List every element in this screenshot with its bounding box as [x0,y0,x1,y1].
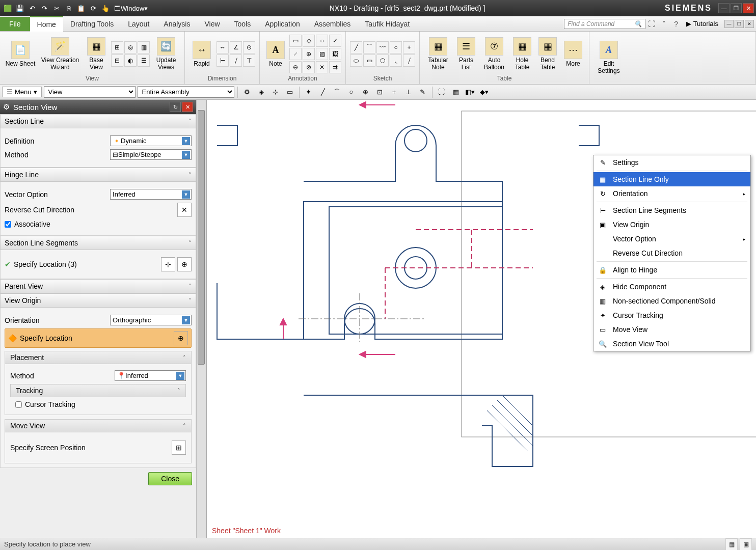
more-table-button[interactable]: ⋯More [561,41,585,67]
wcs-icon[interactable]: ⊹ [269,86,282,98]
section-view-icon[interactable]: ▥ [138,41,150,53]
view-creation-wizard-button[interactable]: 🪄View Creation Wizard [39,37,82,71]
snap-cursor-icon[interactable]: ✎ [417,86,429,98]
bend-table-button[interactable]: ▦Bend Table [536,37,559,71]
view-layer-icon[interactable]: ▦ [450,86,462,98]
undo-icon[interactable]: ↶ [26,3,38,14]
line-icon[interactable]: ╱ [350,41,362,53]
maximize-button[interactable]: ❐ [731,3,742,13]
angular-dim-icon[interactable]: ∠ [230,41,242,53]
redo-icon[interactable]: ↷ [39,3,50,14]
ordinate-dim-icon[interactable]: ⊢ [217,54,229,67]
target-icon[interactable]: ⊕ [303,48,315,60]
paste-icon[interactable]: 📋 [75,3,87,14]
ctx-align-hinge[interactable]: 🔒Align to Hinge [593,263,750,277]
tab-drafting-tools[interactable]: Drafting Tools [63,17,121,31]
panel-gear-icon[interactable]: ⚙ [3,102,13,112]
thickness-dim-icon[interactable]: ⊤ [243,54,255,67]
chamfer-dim-icon[interactable]: ⧸ [230,54,242,67]
associative-checkbox[interactable] [5,221,11,228]
placement-method-combo[interactable]: 📍 Inferred [115,370,186,381]
segments-header[interactable]: Section Line Segments˄ [0,236,196,250]
definition-combo[interactable]: 🔸 Dynamic [110,135,192,146]
parts-list-button[interactable]: ☰Parts List [454,37,478,71]
tab-tools[interactable]: Tools [227,17,258,31]
tab-custom[interactable]: Taufik Hidayat [358,17,417,31]
ctx-section-line-segments[interactable]: ⊢Section Line Segments [593,203,750,217]
full-screen-icon[interactable]: ⛶ [645,20,658,28]
assembly-scope-select[interactable]: Entire Assembly [138,86,234,98]
mdi-close[interactable]: ✕ [745,20,754,28]
tab-application[interactable]: Application [258,17,307,31]
ctx-non-sectioned[interactable]: ▥Non-sectioned Component/Solid [593,294,750,308]
intersection-icon[interactable]: ✕ [316,61,328,73]
window-menu[interactable]: 🗔 Window ▾ [112,3,150,14]
tab-view[interactable]: View [197,17,227,31]
point-icon[interactable]: + [403,41,415,53]
new-sheet-button[interactable]: 📄New Sheet [4,41,37,67]
snap-point-icon[interactable]: ✦ [303,86,315,98]
note-button[interactable]: ANote [264,41,287,67]
specify-location-btn1[interactable]: ⊹ [161,257,175,271]
selection-scope-select[interactable]: View [44,86,136,98]
broken-out-icon[interactable]: ◐ [124,54,137,67]
section-line-header[interactable]: Section Line˄ [0,114,196,128]
auto-balloon-button[interactable]: ⑦Auto Balloon [480,37,508,71]
tab-assemblies[interactable]: Assemblies [307,17,358,31]
panel-close-action[interactable]: Close [148,472,192,485]
hatch-icon[interactable]: ▨ [316,48,328,60]
vector-option-combo[interactable]: Inferred [110,189,192,200]
placement-header[interactable]: Placement˄ [5,351,192,364]
radial-dim-icon[interactable]: ⊙ [243,41,255,53]
ctx-orientation[interactable]: ↻Orientation▸ [593,186,750,201]
parent-view-header[interactable]: Parent View˅ [0,279,196,293]
snap-circle-icon[interactable]: ○ [345,86,358,98]
ellipse-icon[interactable]: ⬭ [350,54,362,67]
view-orient-icon[interactable]: ◆▾ [478,86,491,98]
circle-icon[interactable]: ○ [390,41,402,53]
snap-quad-icon[interactable]: ⊕ [360,86,372,98]
ctx-vector-option[interactable]: Vector Option▸ [593,232,750,246]
offset-icon[interactable]: ⇉ [329,61,341,73]
panel-pin-button[interactable]: ↻ [170,102,181,112]
specify-location-pick-button[interactable]: ⊕ [174,331,188,345]
hinge-line-header[interactable]: Hinge Line˄ [0,168,196,182]
orientation-combo[interactable]: Orthographic [110,315,192,325]
centerline-icon[interactable]: ⊖ [289,61,302,73]
base-view-button[interactable]: ▦Base View [84,37,109,71]
snap-icon[interactable]: ◈ [255,86,267,98]
chamfer-icon[interactable]: ⧸ [403,54,415,67]
weld-icon[interactable]: ⟋ [289,48,302,60]
nx-icon[interactable]: 🟩 [2,3,13,14]
polygon-icon[interactable]: ⬡ [376,54,389,67]
tabular-note-button[interactable]: ▦Tabular Note [424,37,452,71]
tutorials-button[interactable]: ▶ Tutorials [682,20,722,28]
ctx-hide-component[interactable]: ◈Hide Component [593,280,750,294]
snap-arc-icon[interactable]: ⌒ [331,86,343,98]
help-icon[interactable]: ? [670,20,682,28]
tab-file[interactable]: File [0,17,30,31]
save-icon[interactable]: 💾 [14,3,25,14]
status-sheet-icon[interactable]: ▣ [740,538,752,551]
view-list-icon[interactable]: ☰ [138,54,150,67]
rect-icon[interactable]: ▭ [363,54,375,67]
snap-line-icon[interactable]: ╱ [317,86,329,98]
ctx-section-view-tool[interactable]: 🔍Section View Tool [593,337,750,351]
panel-close-button[interactable]: ✕ [182,102,193,112]
ctx-section-line-only[interactable]: ▦Section Line Only [593,172,750,186]
screen-pos-button[interactable]: ⊞ [172,441,186,455]
linear-dim-icon[interactable]: ↔ [217,41,229,53]
image-icon[interactable]: 🖼 [329,48,341,60]
datum-icon[interactable]: ◇ [303,35,315,47]
view-fit-icon[interactable]: ⛶ [436,86,448,98]
tracking-header[interactable]: Tracking˄ [10,384,186,397]
arc-icon[interactable]: ⌒ [363,41,375,53]
panel-scroll-thumb[interactable] [198,110,205,365]
ctx-reverse-cut[interactable]: Reverse Cut Direction [593,246,750,260]
minimize-button[interactable]: — [718,3,730,13]
filter-icon[interactable]: ⚙ [241,86,253,98]
view-render-icon[interactable]: ◧▾ [464,86,476,98]
mdi-minimize[interactable]: — [724,20,734,28]
projected-view-icon[interactable]: ⊞ [111,41,123,53]
repeat-icon[interactable]: ⟳ [88,3,99,14]
